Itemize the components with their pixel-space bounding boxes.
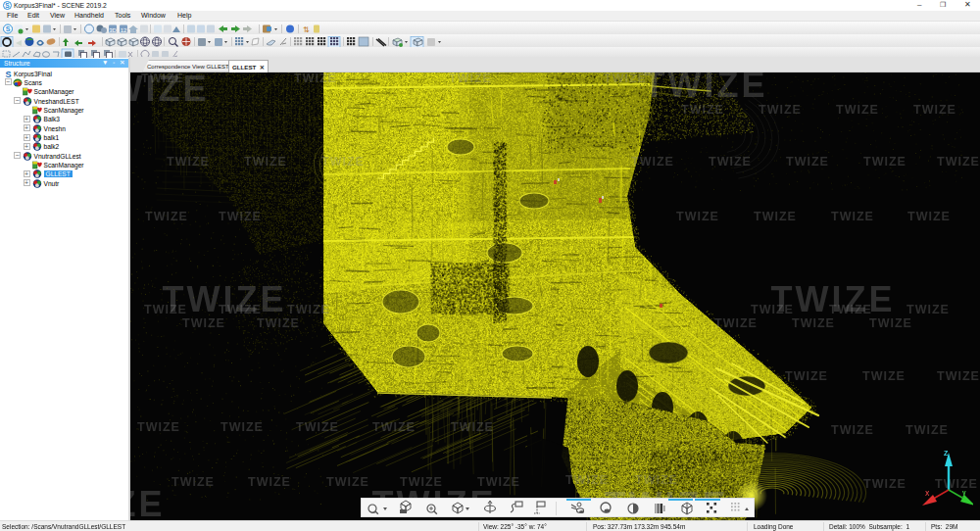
svg-text:3D: 3D — [109, 27, 117, 33]
svg-text:X: X — [925, 490, 930, 497]
svg-text:S: S — [5, 70, 11, 78]
svg-text:⇅: ⇅ — [303, 25, 310, 34]
svg-text:y: y — [962, 489, 966, 497]
svg-text:S: S — [6, 25, 11, 32]
svg-text:Z: Z — [944, 450, 949, 457]
svg-text:S: S — [5, 2, 10, 9]
svg-text:12: 12 — [121, 27, 127, 33]
